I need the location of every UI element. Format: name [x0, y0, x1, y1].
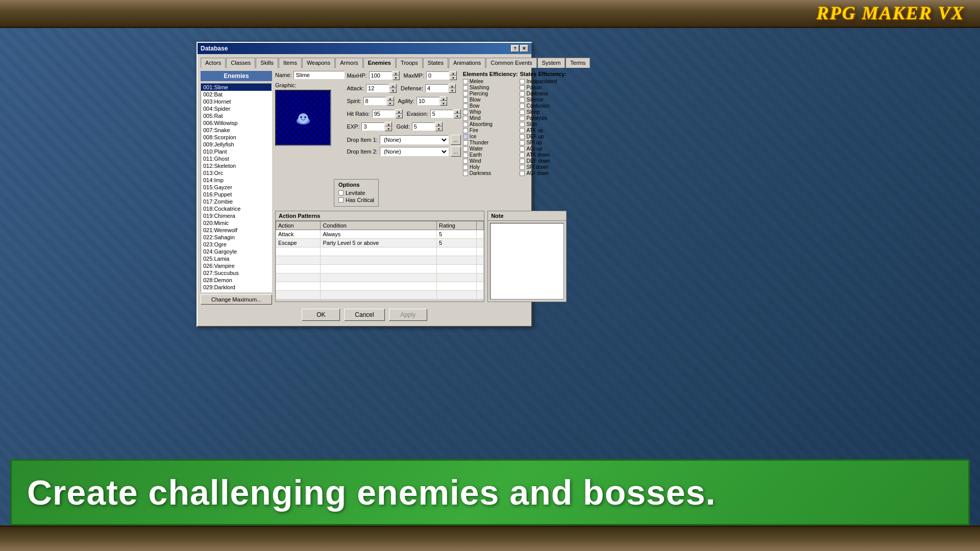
exp-up-btn[interactable]: ▲: [385, 122, 392, 127]
elem-holy-checkbox[interactable]: [463, 165, 468, 170]
enemy-item-013[interactable]: 013:Orc: [201, 169, 272, 177]
elem-mind-checkbox[interactable]: [463, 116, 468, 121]
enemy-item-015[interactable]: 015:Gayzer: [201, 184, 272, 191]
action-row-escape[interactable]: Escape Party Level 5 or above 5: [276, 239, 484, 247]
defense-down-btn[interactable]: ▼: [449, 88, 456, 93]
tab-actors[interactable]: Actors: [201, 58, 226, 68]
enemy-item-018[interactable]: 018:Cockatrice: [201, 205, 272, 212]
spirit-input[interactable]: [363, 97, 386, 105]
state-sleep-checkbox[interactable]: [520, 110, 525, 115]
elem-water-checkbox[interactable]: [463, 146, 468, 152]
state-stun-checkbox[interactable]: [520, 122, 525, 127]
apply-button[interactable]: Apply: [389, 309, 427, 321]
enemy-item-009[interactable]: 009:Jellyfish: [201, 141, 272, 148]
evasion-up-btn[interactable]: ▲: [454, 109, 461, 114]
defense-up-btn[interactable]: ▲: [449, 84, 456, 88]
state-poison-checkbox[interactable]: [520, 85, 525, 90]
tab-classes[interactable]: Classes: [226, 58, 255, 68]
ok-button[interactable]: OK: [302, 309, 340, 321]
state-spi-down-checkbox[interactable]: [520, 165, 525, 170]
enemy-item-010[interactable]: 010:Plant: [201, 148, 272, 155]
elem-thunder-checkbox[interactable]: [463, 140, 468, 145]
enemy-item-014[interactable]: 014:Imp: [201, 177, 272, 184]
enemy-item-008[interactable]: 008:Scorpion: [201, 134, 272, 141]
elem-slashing-checkbox[interactable]: [463, 85, 468, 90]
attack-up-btn[interactable]: ▲: [389, 84, 397, 88]
maxmp-down-btn[interactable]: ▼: [450, 76, 457, 80]
enemy-item-019[interactable]: 019:Chimera: [201, 212, 272, 219]
gold-input[interactable]: [412, 122, 435, 131]
enemy-item-021[interactable]: 021:Werewolf: [201, 227, 272, 234]
maxhp-up-btn[interactable]: ▲: [393, 71, 400, 76]
enemy-item-003[interactable]: 003:Hornet: [201, 98, 272, 105]
enemy-item-006[interactable]: 006:Willowisp: [201, 119, 272, 127]
levitate-checkbox[interactable]: [338, 190, 344, 195]
exp-down-btn[interactable]: ▼: [385, 127, 392, 131]
action-row-attack[interactable]: Attack Always 5: [276, 230, 484, 239]
tab-enemies[interactable]: Enemies: [363, 58, 396, 68]
attack-input[interactable]: [366, 84, 389, 92]
enemy-item-002[interactable]: 002:Bat: [201, 91, 272, 98]
enemies-list[interactable]: 001:Slime 002:Bat 003:Hornet 004:Spider …: [201, 83, 272, 292]
drop-item-2-edit-btn[interactable]: …: [451, 146, 461, 157]
hit-ratio-input[interactable]: [372, 110, 395, 118]
maxhp-down-btn[interactable]: ▼: [393, 76, 400, 80]
exp-input[interactable]: [361, 122, 384, 131]
maxmp-up-btn[interactable]: ▲: [450, 71, 457, 76]
state-silence-checkbox[interactable]: [520, 97, 525, 103]
enemy-item-026[interactable]: 026:Vampire: [201, 262, 272, 269]
tab-items[interactable]: Items: [279, 58, 302, 68]
drop-item-1-select[interactable]: (None): [380, 135, 449, 144]
enemy-item-025[interactable]: 025:Lamia: [201, 255, 272, 262]
drop-item-2-select[interactable]: (None): [380, 147, 449, 156]
maxmp-input[interactable]: [426, 71, 449, 80]
evasion-down-btn[interactable]: ▼: [454, 114, 461, 118]
elem-ice-checkbox[interactable]: [463, 134, 468, 139]
state-spi-up-checkbox[interactable]: [520, 140, 525, 145]
agility-down-btn[interactable]: ▼: [440, 101, 447, 106]
elem-blow-checkbox[interactable]: [463, 97, 468, 103]
agility-up-btn[interactable]: ▲: [440, 96, 447, 101]
tab-skills[interactable]: Skills: [256, 58, 278, 68]
drop-item-1-edit-btn[interactable]: …: [451, 135, 461, 145]
has-critical-checkbox[interactable]: [338, 197, 344, 203]
tab-armors[interactable]: Armors: [335, 58, 362, 68]
name-input[interactable]: Slime: [293, 71, 345, 79]
elem-absorbing-checkbox[interactable]: [463, 122, 468, 127]
state-incapacitated-checkbox[interactable]: [520, 79, 525, 84]
state-darkness-checkbox[interactable]: [520, 91, 525, 96]
enemy-item-028[interactable]: 028:Demon: [201, 277, 272, 284]
tab-states[interactable]: States: [423, 58, 448, 68]
gold-up-btn[interactable]: ▲: [435, 122, 443, 127]
spirit-down-btn[interactable]: ▼: [387, 101, 394, 106]
tab-system[interactable]: System: [537, 58, 566, 68]
note-textarea[interactable]: [490, 223, 564, 299]
elem-whip-checkbox[interactable]: [463, 110, 468, 115]
enemy-item-022[interactable]: 022:Sahagin: [201, 234, 272, 241]
tab-troops[interactable]: Troops: [396, 58, 423, 68]
hit-ratio-down-btn[interactable]: ▼: [396, 114, 403, 118]
enemy-item-027[interactable]: 027:Succubus: [201, 269, 272, 277]
tab-terms[interactable]: Terms: [566, 58, 590, 68]
tab-weapons[interactable]: Weapons: [302, 58, 335, 68]
state-confusion-checkbox[interactable]: [520, 104, 525, 109]
change-maximum-button[interactable]: Change Maximum...: [201, 294, 272, 305]
elem-bow-checkbox[interactable]: [463, 104, 468, 109]
enemy-item-011[interactable]: 011:Ghost: [201, 155, 272, 162]
gold-down-btn[interactable]: ▼: [435, 127, 443, 131]
enemy-item-029[interactable]: 029:Darklord: [201, 284, 272, 291]
defense-input[interactable]: [425, 84, 448, 92]
help-button[interactable]: ?: [511, 45, 519, 52]
elem-fire-checkbox[interactable]: [463, 128, 468, 133]
state-atk-down-checkbox[interactable]: [520, 153, 525, 158]
state-atk-up-checkbox[interactable]: [520, 128, 525, 133]
enemy-item-004[interactable]: 004:Spider: [201, 105, 272, 112]
state-def-up-checkbox[interactable]: [520, 134, 525, 139]
state-agi-up-checkbox[interactable]: [520, 146, 525, 152]
evasion-input[interactable]: [430, 110, 453, 118]
enemy-item-023[interactable]: 023:Ogre: [201, 241, 272, 248]
tab-common-events[interactable]: Common Events: [486, 58, 536, 68]
enemy-item-030[interactable]: 030:Evilking: [201, 291, 272, 292]
enemy-item-024[interactable]: 024:Gargoyle: [201, 248, 272, 255]
maxhp-input[interactable]: [369, 71, 392, 80]
